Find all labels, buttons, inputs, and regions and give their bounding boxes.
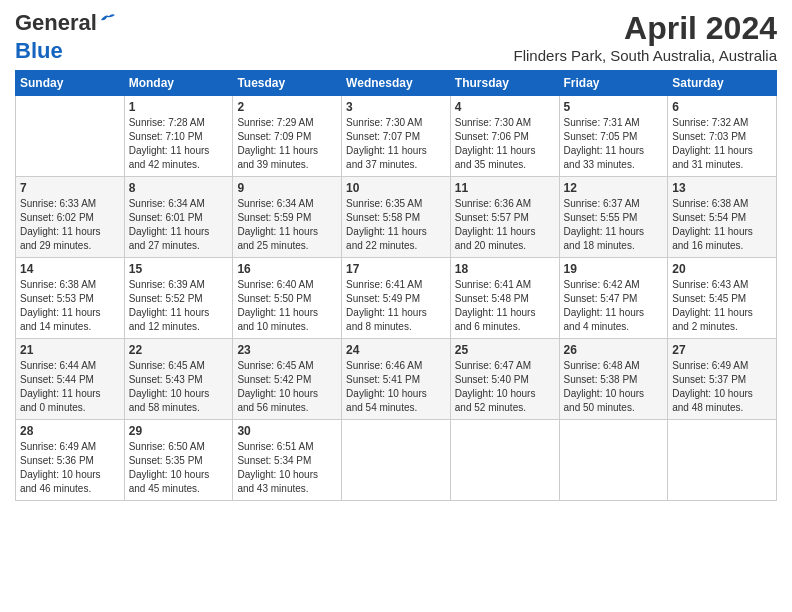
logo-general: General	[15, 10, 97, 35]
week-row-4: 21Sunrise: 6:44 AMSunset: 5:44 PMDayligh…	[16, 339, 777, 420]
day-number: 24	[346, 343, 446, 357]
header-friday: Friday	[559, 71, 668, 96]
calendar-cell: 2Sunrise: 7:29 AMSunset: 7:09 PMDaylight…	[233, 96, 342, 177]
day-info: Sunrise: 6:42 AMSunset: 5:47 PMDaylight:…	[564, 278, 664, 334]
day-info: Sunrise: 6:33 AMSunset: 6:02 PMDaylight:…	[20, 197, 120, 253]
header-sunday: Sunday	[16, 71, 125, 96]
day-number: 26	[564, 343, 664, 357]
calendar-cell: 24Sunrise: 6:46 AMSunset: 5:41 PMDayligh…	[342, 339, 451, 420]
day-info: Sunrise: 6:45 AMSunset: 5:42 PMDaylight:…	[237, 359, 337, 415]
day-info: Sunrise: 6:46 AMSunset: 5:41 PMDaylight:…	[346, 359, 446, 415]
page-subtitle: Flinders Park, South Australia, Australi…	[514, 47, 777, 64]
page-header: General Blue April 2024 Flinders Park, S…	[15, 10, 777, 64]
day-number: 13	[672, 181, 772, 195]
calendar-cell: 20Sunrise: 6:43 AMSunset: 5:45 PMDayligh…	[668, 258, 777, 339]
calendar-cell: 1Sunrise: 7:28 AMSunset: 7:10 PMDaylight…	[124, 96, 233, 177]
calendar-cell: 21Sunrise: 6:44 AMSunset: 5:44 PMDayligh…	[16, 339, 125, 420]
calendar-cell: 11Sunrise: 6:36 AMSunset: 5:57 PMDayligh…	[450, 177, 559, 258]
day-number: 4	[455, 100, 555, 114]
calendar-cell: 25Sunrise: 6:47 AMSunset: 5:40 PMDayligh…	[450, 339, 559, 420]
calendar-cell: 3Sunrise: 7:30 AMSunset: 7:07 PMDaylight…	[342, 96, 451, 177]
day-info: Sunrise: 6:38 AMSunset: 5:54 PMDaylight:…	[672, 197, 772, 253]
day-info: Sunrise: 7:29 AMSunset: 7:09 PMDaylight:…	[237, 116, 337, 172]
calendar-cell	[342, 420, 451, 501]
logo-bird-icon	[99, 12, 115, 24]
week-row-3: 14Sunrise: 6:38 AMSunset: 5:53 PMDayligh…	[16, 258, 777, 339]
calendar-cell: 7Sunrise: 6:33 AMSunset: 6:02 PMDaylight…	[16, 177, 125, 258]
calendar-cell: 13Sunrise: 6:38 AMSunset: 5:54 PMDayligh…	[668, 177, 777, 258]
day-number: 6	[672, 100, 772, 114]
calendar-cell: 18Sunrise: 6:41 AMSunset: 5:48 PMDayligh…	[450, 258, 559, 339]
day-info: Sunrise: 7:30 AMSunset: 7:07 PMDaylight:…	[346, 116, 446, 172]
day-number: 21	[20, 343, 120, 357]
day-number: 25	[455, 343, 555, 357]
day-info: Sunrise: 6:45 AMSunset: 5:43 PMDaylight:…	[129, 359, 229, 415]
day-number: 3	[346, 100, 446, 114]
day-info: Sunrise: 6:49 AMSunset: 5:37 PMDaylight:…	[672, 359, 772, 415]
day-info: Sunrise: 6:36 AMSunset: 5:57 PMDaylight:…	[455, 197, 555, 253]
title-section: April 2024 Flinders Park, South Australi…	[514, 10, 777, 64]
day-number: 15	[129, 262, 229, 276]
day-number: 11	[455, 181, 555, 195]
day-info: Sunrise: 6:44 AMSunset: 5:44 PMDaylight:…	[20, 359, 120, 415]
day-number: 14	[20, 262, 120, 276]
calendar-cell: 8Sunrise: 6:34 AMSunset: 6:01 PMDaylight…	[124, 177, 233, 258]
day-info: Sunrise: 7:32 AMSunset: 7:03 PMDaylight:…	[672, 116, 772, 172]
day-info: Sunrise: 6:38 AMSunset: 5:53 PMDaylight:…	[20, 278, 120, 334]
day-number: 8	[129, 181, 229, 195]
calendar-cell: 29Sunrise: 6:50 AMSunset: 5:35 PMDayligh…	[124, 420, 233, 501]
day-info: Sunrise: 6:41 AMSunset: 5:48 PMDaylight:…	[455, 278, 555, 334]
day-info: Sunrise: 6:50 AMSunset: 5:35 PMDaylight:…	[129, 440, 229, 496]
logo: General Blue	[15, 10, 97, 64]
day-info: Sunrise: 6:49 AMSunset: 5:36 PMDaylight:…	[20, 440, 120, 496]
day-number: 12	[564, 181, 664, 195]
day-number: 9	[237, 181, 337, 195]
day-number: 18	[455, 262, 555, 276]
calendar-cell: 10Sunrise: 6:35 AMSunset: 5:58 PMDayligh…	[342, 177, 451, 258]
calendar-cell: 12Sunrise: 6:37 AMSunset: 5:55 PMDayligh…	[559, 177, 668, 258]
day-info: Sunrise: 6:40 AMSunset: 5:50 PMDaylight:…	[237, 278, 337, 334]
day-info: Sunrise: 7:30 AMSunset: 7:06 PMDaylight:…	[455, 116, 555, 172]
day-info: Sunrise: 6:39 AMSunset: 5:52 PMDaylight:…	[129, 278, 229, 334]
calendar-cell	[16, 96, 125, 177]
day-number: 20	[672, 262, 772, 276]
day-number: 30	[237, 424, 337, 438]
calendar-cell: 9Sunrise: 6:34 AMSunset: 5:59 PMDaylight…	[233, 177, 342, 258]
header-monday: Monday	[124, 71, 233, 96]
calendar-cell: 4Sunrise: 7:30 AMSunset: 7:06 PMDaylight…	[450, 96, 559, 177]
day-number: 19	[564, 262, 664, 276]
day-info: Sunrise: 6:35 AMSunset: 5:58 PMDaylight:…	[346, 197, 446, 253]
day-number: 27	[672, 343, 772, 357]
calendar-cell: 30Sunrise: 6:51 AMSunset: 5:34 PMDayligh…	[233, 420, 342, 501]
day-info: Sunrise: 6:41 AMSunset: 5:49 PMDaylight:…	[346, 278, 446, 334]
day-number: 1	[129, 100, 229, 114]
calendar-cell: 26Sunrise: 6:48 AMSunset: 5:38 PMDayligh…	[559, 339, 668, 420]
calendar-cell: 28Sunrise: 6:49 AMSunset: 5:36 PMDayligh…	[16, 420, 125, 501]
day-info: Sunrise: 6:43 AMSunset: 5:45 PMDaylight:…	[672, 278, 772, 334]
day-info: Sunrise: 7:31 AMSunset: 7:05 PMDaylight:…	[564, 116, 664, 172]
header-wednesday: Wednesday	[342, 71, 451, 96]
calendar-cell	[559, 420, 668, 501]
day-number: 7	[20, 181, 120, 195]
day-info: Sunrise: 6:34 AMSunset: 6:01 PMDaylight:…	[129, 197, 229, 253]
calendar-cell	[668, 420, 777, 501]
calendar-cell: 15Sunrise: 6:39 AMSunset: 5:52 PMDayligh…	[124, 258, 233, 339]
week-row-1: 1Sunrise: 7:28 AMSunset: 7:10 PMDaylight…	[16, 96, 777, 177]
day-number: 23	[237, 343, 337, 357]
day-info: Sunrise: 6:34 AMSunset: 5:59 PMDaylight:…	[237, 197, 337, 253]
header-row: SundayMondayTuesdayWednesdayThursdayFrid…	[16, 71, 777, 96]
calendar-cell: 5Sunrise: 7:31 AMSunset: 7:05 PMDaylight…	[559, 96, 668, 177]
day-number: 10	[346, 181, 446, 195]
day-info: Sunrise: 7:28 AMSunset: 7:10 PMDaylight:…	[129, 116, 229, 172]
day-number: 17	[346, 262, 446, 276]
calendar-table: SundayMondayTuesdayWednesdayThursdayFrid…	[15, 70, 777, 501]
page-title: April 2024	[514, 10, 777, 47]
header-saturday: Saturday	[668, 71, 777, 96]
calendar-cell: 16Sunrise: 6:40 AMSunset: 5:50 PMDayligh…	[233, 258, 342, 339]
day-number: 22	[129, 343, 229, 357]
calendar-cell: 27Sunrise: 6:49 AMSunset: 5:37 PMDayligh…	[668, 339, 777, 420]
calendar-cell: 14Sunrise: 6:38 AMSunset: 5:53 PMDayligh…	[16, 258, 125, 339]
header-tuesday: Tuesday	[233, 71, 342, 96]
week-row-2: 7Sunrise: 6:33 AMSunset: 6:02 PMDaylight…	[16, 177, 777, 258]
day-info: Sunrise: 6:37 AMSunset: 5:55 PMDaylight:…	[564, 197, 664, 253]
